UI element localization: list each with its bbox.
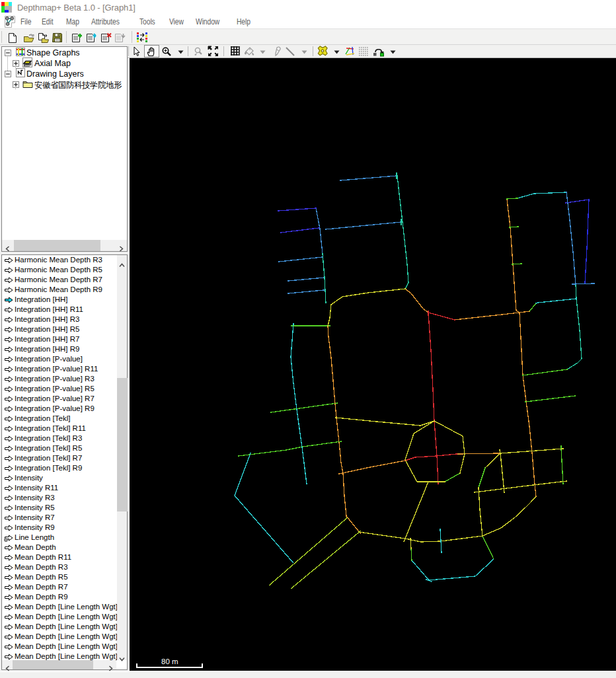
svg-text:80 m: 80 m — [161, 658, 178, 665]
